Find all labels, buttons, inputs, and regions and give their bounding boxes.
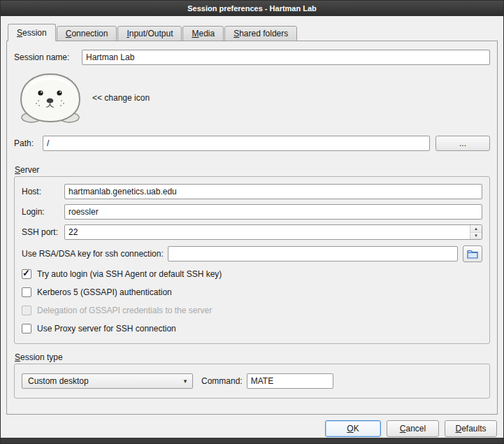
- ssh-port-increment-button[interactable]: ▲: [470, 225, 482, 233]
- dialog-button-row: OK Cancel Defaults: [6, 420, 498, 437]
- session-type-dropdown[interactable]: Custom desktop ▾: [22, 373, 193, 389]
- login-input[interactable]: [64, 204, 482, 220]
- gssapi-delegation-label: Delegation of GSSAPI credentials to the …: [37, 306, 212, 315]
- tab-shared-folders[interactable]: Shared folders: [224, 26, 297, 41]
- session-type-group-frame: Custom desktop ▾ Command:: [14, 364, 490, 399]
- session-type-selected-value: Custom desktop: [22, 376, 178, 386]
- tab-input-output-label: Input/Output: [127, 29, 173, 38]
- check-icon: ✓: [22, 268, 30, 278]
- tab-connection-label: Connection: [66, 29, 108, 38]
- defaults-button[interactable]: Defaults: [445, 420, 497, 437]
- host-label: Host:: [22, 187, 64, 196]
- ok-button[interactable]: OK: [325, 420, 381, 437]
- auto-login-row: ✓ Try auto login (via SSH Agent or defau…: [22, 265, 482, 283]
- ssh-port-decrement-button[interactable]: ▼: [470, 233, 482, 240]
- session-icon-button[interactable]: [18, 71, 82, 124]
- host-input[interactable]: [64, 184, 482, 199]
- kerberos-checkbox[interactable]: ✓: [22, 287, 31, 297]
- change-icon-hint: << change icon: [92, 93, 150, 103]
- rsa-key-input[interactable]: [168, 246, 458, 262]
- window-title: Session preferences - Hartman Lab: [187, 4, 317, 13]
- rsa-key-browse-button[interactable]: [463, 245, 482, 262]
- tab-media[interactable]: Media: [182, 26, 224, 41]
- spin-up-icon: ▲: [474, 227, 478, 231]
- folder-open-icon: [467, 249, 478, 259]
- session-icon-row: << change icon: [18, 71, 490, 124]
- proxy-row: ✓ Use Proxy server for SSH connection: [22, 320, 482, 338]
- path-input[interactable]: [43, 136, 430, 151]
- ssh-port-label: SSH port:: [22, 227, 64, 237]
- kerberos-row: ✓ Kerberos 5 (GSSAPI) authentication: [22, 283, 482, 301]
- server-group-title: Server: [15, 165, 490, 175]
- window-bottom-edge: [1, 438, 503, 443]
- session-preferences-window: Session preferences - Hartman Lab Sessio…: [0, 0, 504, 444]
- session-name-label: Session name:: [14, 52, 82, 62]
- tab-session-label: Session: [17, 28, 47, 38]
- tab-shared-folders-label: Shared folders: [233, 29, 288, 38]
- cancel-button[interactable]: Cancel: [387, 420, 439, 437]
- session-type-group-title: Session type: [15, 352, 490, 362]
- rsa-key-label: Use RSA/DSA key for ssh connection:: [22, 249, 164, 259]
- ssh-port-input[interactable]: [65, 225, 470, 239]
- gssapi-delegation-checkbox: ✓: [22, 306, 31, 315]
- tab-session[interactable]: Session: [8, 24, 56, 41]
- tab-input-output[interactable]: Input/Output: [117, 26, 182, 41]
- server-group-frame: Host: Login: SSH port: ▲: [14, 176, 490, 344]
- auto-login-checkbox[interactable]: ✓: [22, 269, 31, 279]
- kerberos-label: Kerberos 5 (GSSAPI) authentication: [37, 287, 172, 297]
- proxy-checkbox[interactable]: ✓: [22, 324, 31, 334]
- auto-login-label: Try auto login (via SSH Agent or default…: [37, 269, 222, 279]
- login-label: Login:: [22, 207, 64, 217]
- ssh-port-spinbox: ▲ ▼: [64, 224, 482, 240]
- session-name-input[interactable]: [82, 50, 490, 65]
- chevron-down-icon: ▾: [178, 378, 192, 385]
- command-input[interactable]: [247, 373, 333, 389]
- tab-media-label: Media: [192, 29, 215, 38]
- proxy-label: Use Proxy server for SSH connection: [37, 324, 176, 334]
- gssapi-delegation-row: ✓ Delegation of GSSAPI credentials to th…: [22, 301, 482, 320]
- path-browse-button[interactable]: ...: [435, 136, 490, 151]
- path-label: Path:: [14, 138, 43, 148]
- spin-down-icon: ▼: [474, 234, 478, 238]
- tab-connection[interactable]: Connection: [57, 26, 117, 41]
- titlebar: Session preferences - Hartman Lab: [1, 1, 503, 16]
- seal-icon: [18, 71, 82, 124]
- tab-bar: Session Connection Input/Output Media Sh…: [6, 24, 498, 41]
- session-tab-panel: Session name:: [6, 41, 498, 415]
- command-label: Command:: [201, 376, 243, 386]
